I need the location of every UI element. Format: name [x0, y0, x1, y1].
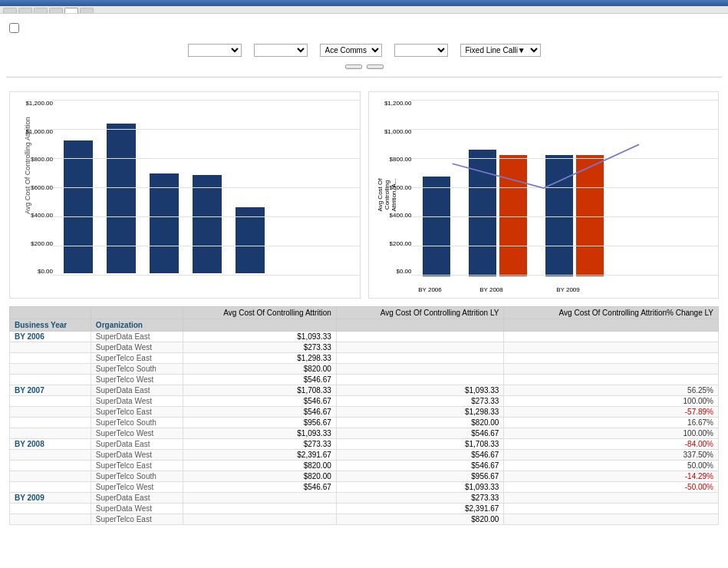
cell-pct	[504, 514, 719, 525]
cell-year	[10, 418, 91, 428]
cell-org: SuperTelco South	[91, 364, 183, 375]
cell-ly: $1,093.33	[336, 482, 504, 493]
table-header-row: Avg Cost Of Controlling Attrition Avg Co…	[10, 307, 719, 319]
cell-pct: -50.00%	[504, 482, 719, 493]
table-row: SuperData West $546.67 $273.33 100.00%	[10, 396, 719, 407]
bar-group-supertelco-south	[193, 175, 222, 276]
chart1-area: Avg Cost Of Controlling Attrition $1,200…	[9, 91, 361, 299]
top-checkbox[interactable]	[9, 23, 19, 33]
cell-year	[10, 375, 91, 385]
table-row: SuperTelco West $546.67 $1,093.33 -50.00…	[10, 482, 719, 493]
filter-org-business-unit[interactable]	[394, 44, 448, 57]
cell-val: $546.67	[183, 375, 336, 385]
main-content: Ace Comms Fixed Line Calli▼	[0, 14, 728, 531]
cell-year[interactable]: BY 2007	[10, 385, 91, 396]
cell-val: $546.67	[183, 482, 336, 493]
cell-year	[10, 471, 91, 482]
cell-org: SuperTelco West	[91, 428, 183, 439]
cell-val: $1,708.33	[183, 385, 336, 396]
col-subheader-org: Organization	[91, 319, 183, 332]
col-subheader-pct	[504, 319, 719, 332]
cell-pct: -14.29%	[504, 471, 719, 482]
cell-ly	[336, 375, 504, 385]
tab-investment-cost[interactable]	[49, 8, 63, 13]
cell-year	[10, 428, 91, 439]
filter-business-year[interactable]	[188, 44, 242, 57]
bar-superdata-west	[107, 124, 136, 273]
table-row: SuperTelco West $1,093.33 $546.67 100.00…	[10, 428, 719, 439]
data-table: Avg Cost Of Controlling Attrition Avg Co…	[9, 306, 719, 525]
y-tick: $400.00	[13, 212, 53, 219]
cell-ly: $2,391.67	[336, 504, 504, 514]
cell-ly: $820.00	[336, 418, 504, 428]
reset-button[interactable]	[367, 64, 384, 69]
bar-supertelco-east	[150, 173, 179, 273]
bar-2006-blue	[423, 177, 450, 276]
y-tick: $600.00	[372, 184, 412, 191]
cell-ly	[336, 353, 504, 364]
cell-pct: 16.67%	[504, 418, 719, 428]
cell-year[interactable]: BY 2006	[10, 332, 91, 342]
cell-year[interactable]: BY 2008	[10, 439, 91, 450]
cell-org: SuperData West	[91, 342, 183, 353]
cell-year	[10, 461, 91, 471]
cell-val: $820.00	[183, 471, 336, 482]
cell-val: $820.00	[183, 461, 336, 471]
cell-org: SuperTelco South	[91, 418, 183, 428]
table-row: BY 2007 SuperData East $1,708.33 $1,093.…	[10, 385, 719, 396]
y-tick: $0.00	[372, 268, 412, 275]
data-table-section: Avg Cost Of Controlling Attrition Avg Co…	[6, 306, 722, 525]
filter-product-type[interactable]: Fixed Line Calli▼	[460, 44, 541, 57]
chart-attrition-by-org: Avg Cost Of Controlling Attrition $1,200…	[9, 88, 361, 299]
cell-val: $1,298.33	[183, 353, 336, 364]
cell-org: SuperTelco West	[91, 482, 183, 493]
y-tick: $200.00	[13, 240, 53, 247]
bar-superdata-east	[64, 140, 93, 273]
y-tick: $400.00	[372, 212, 412, 219]
filter-row: Ace Comms Fixed Line Calli▼	[6, 35, 722, 61]
cell-ly: $273.33	[336, 396, 504, 407]
y-tick: $0.00	[13, 268, 53, 275]
cell-ly	[336, 332, 504, 342]
table-body: BY 2006 SuperData East $1,093.33 SuperDa…	[10, 332, 719, 525]
cell-pct	[504, 375, 719, 385]
y-tick: $800.00	[372, 156, 412, 163]
col-header-pct: Avg Cost Of Controlling Attrition% Chang…	[504, 307, 719, 319]
cell-org: SuperTelco South	[91, 471, 183, 482]
bar-group-supertelco-west	[236, 207, 265, 276]
cell-pct	[504, 493, 719, 504]
cell-val	[183, 514, 336, 525]
table-subheader-row: Business Year Organization	[10, 319, 719, 332]
cell-ly: $820.00	[336, 514, 504, 525]
cell-pct	[504, 342, 719, 353]
cell-year	[10, 353, 91, 364]
title-bar	[0, 0, 728, 6]
cell-pct: -84.00%	[504, 439, 719, 450]
filter-group-product-type: Fixed Line Calli▼	[460, 42, 541, 57]
chart1-y-ticks: $1,200.00 $1,000.00 $800.00 $600.00 $400…	[13, 100, 53, 275]
chart-yearly-attrition: Avg Cost Of Controlling Attrition, A... …	[368, 88, 720, 299]
cell-val: $2,391.67	[183, 450, 336, 461]
bar-group-superdata-east	[64, 140, 93, 276]
cell-org: SuperTelco East	[91, 514, 183, 525]
tab-operating-cost[interactable]	[3, 8, 17, 13]
apply-button[interactable]	[345, 64, 362, 69]
cell-org: SuperTelco East	[91, 407, 183, 418]
chart2-y-ticks: $1,200.00 $1,000.00 $800.00 $600.00 $400…	[372, 100, 412, 275]
col-header-val: Avg Cost Of Controlling Attrition	[183, 307, 336, 319]
tab-avg-op-cost-customer[interactable]	[18, 8, 32, 13]
cell-ly	[336, 342, 504, 353]
filter-business-month[interactable]	[254, 44, 308, 57]
btn-row	[6, 61, 722, 75]
cell-year[interactable]: BY 2009	[10, 493, 91, 504]
cell-val: $546.67	[183, 407, 336, 418]
tab-avg-op-cost-employee[interactable]	[34, 8, 48, 13]
table-row: SuperData West $2,391.67	[10, 504, 719, 514]
table-row: BY 2006 SuperData East $1,093.33	[10, 332, 719, 342]
filter-org-division[interactable]: Ace Comms	[320, 44, 382, 57]
cell-pct: 56.25%	[504, 385, 719, 396]
tab-avg-cost-attrition[interactable]	[64, 8, 78, 13]
tab-advertis[interactable]	[80, 8, 94, 13]
charts-container: Avg Cost Of Controlling Attrition $1,200…	[6, 85, 722, 306]
bar-group-2009	[545, 155, 604, 276]
